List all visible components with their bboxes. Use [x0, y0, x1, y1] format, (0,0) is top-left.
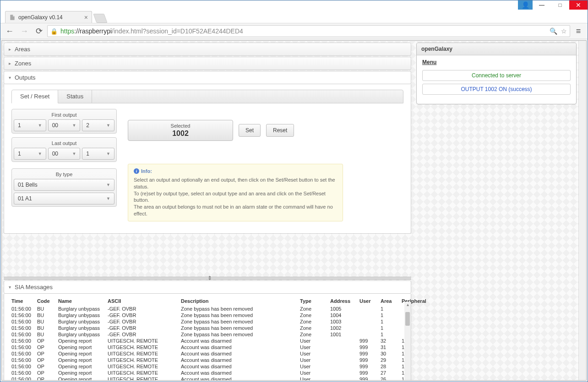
table-row[interactable]: 01:56:00OPOpening reportUITGESCH. REMOTE…: [9, 350, 440, 357]
cell-code: OP: [34, 376, 55, 381]
last-output-c[interactable]: 1▼: [82, 148, 114, 160]
cell-time: 01:56:00: [9, 344, 34, 350]
accordion-sia[interactable]: ▾ SIA Messages: [4, 280, 411, 294]
nav-forward-icon[interactable]: →: [18, 25, 31, 38]
table-row[interactable]: 01:56:00BUBurglary unbypass-GEF. OVBRZon…: [9, 318, 440, 325]
window-close[interactable]: ✕: [569, 0, 588, 10]
page-scrollbar[interactable]: [578, 41, 586, 380]
cell-area: 26: [378, 376, 399, 381]
user-icon[interactable]: 👤: [518, 0, 533, 10]
nav-back-icon[interactable]: ←: [3, 25, 16, 38]
side-panel: openGalaxy Menu Connected to server OUTP…: [416, 43, 577, 104]
accordion-zones[interactable]: ▸ Zones: [4, 57, 411, 70]
cell-user: [357, 331, 378, 338]
cell-desc: Account was disarmed: [178, 363, 297, 370]
cell-type: Zone: [297, 331, 327, 338]
bookmark-icon[interactable]: ☆: [561, 27, 567, 35]
cell-desc: Account was disarmed: [178, 376, 297, 381]
cell-time: 01:56:00: [9, 376, 34, 381]
cell-type: User: [297, 363, 327, 370]
main-column: ▸ Areas ▸ Zones ▾ Outputs Set / Reset St…: [4, 43, 411, 381]
first-output-group: First output 1▼ 00▼ 2▼: [11, 109, 117, 134]
last-output-label: Last output: [14, 140, 114, 148]
table-row[interactable]: 01:56:00BUBurglary unbypass-GEF. OVBRZon…: [9, 331, 440, 338]
side-menu-link[interactable]: Menu: [422, 59, 571, 65]
cell-type: User: [297, 357, 327, 363]
last-output-a[interactable]: 1▼: [14, 148, 46, 160]
cell-ascii: UITGESCH. REMOTE: [105, 376, 178, 381]
col-ascii: ASCII: [105, 296, 178, 306]
col-name: Name: [55, 296, 105, 306]
table-row[interactable]: 01:56:00BUBurglary unbypass-GEF. OVBRZon…: [9, 306, 440, 312]
cell-ascii: UITGESCH. REMOTE: [105, 338, 178, 344]
menu-icon[interactable]: ≡: [572, 25, 585, 38]
browser-window: 👤 — □ ✕ openGalaxy v0.14 × ← → ⟳ 🔒 https…: [0, 0, 588, 382]
cell-desc: Account was disarmed: [178, 338, 297, 344]
table-row[interactable]: 01:56:00OPOpening reportUITGESCH. REMOTE…: [9, 363, 440, 370]
cell-name: Opening report: [55, 370, 105, 376]
table-row[interactable]: 01:56:00OPOpening reportUITGESCH. REMOTE…: [9, 338, 440, 344]
cell-ascii: -GEF. OVBR: [105, 312, 178, 318]
cell-desc: Zone bypass has been removed: [178, 306, 297, 312]
first-output-b[interactable]: 00▼: [48, 119, 81, 131]
scroll-thumb[interactable]: [405, 312, 410, 326]
cell-type: Zone: [297, 325, 327, 331]
chevron-down-icon: ▼: [106, 196, 110, 201]
cell-ascii: UITGESCH. REMOTE: [105, 363, 178, 370]
panel-splitter[interactable]: [4, 277, 411, 280]
cell-user: [357, 325, 378, 331]
cell-desc: Account was disarmed: [178, 357, 297, 363]
zoom-icon[interactable]: 🔍: [550, 27, 557, 35]
set-button[interactable]: Set: [239, 124, 261, 137]
browser-tab[interactable]: openGalaxy v0.14 ×: [5, 11, 92, 23]
table-row[interactable]: 01:56:00OPOpening reportUITGESCH. REMOTE…: [9, 376, 440, 381]
url-host: ://raspberrypi: [74, 27, 112, 35]
new-tab-button[interactable]: [93, 14, 107, 23]
tab-set-reset[interactable]: Set / Reset: [12, 90, 58, 103]
cell-area: 1: [378, 312, 399, 318]
table-row[interactable]: 01:56:00OPOpening reportUITGESCH. REMOTE…: [9, 344, 440, 350]
col-code: Code: [34, 296, 55, 306]
chevron-down-icon: ▼: [38, 151, 42, 156]
by-area-select[interactable]: 01 A1▼: [14, 193, 114, 204]
cell-code: BU: [34, 312, 55, 318]
tab-close-icon[interactable]: ×: [84, 14, 88, 21]
cell-user: [357, 318, 378, 325]
table-row[interactable]: 01:56:00OPOpening reportUITGESCH. REMOTE…: [9, 370, 440, 376]
cell-time: 01:56:00: [9, 357, 34, 363]
tab-title: openGalaxy v0.14: [18, 14, 63, 21]
tab-status[interactable]: Status: [58, 90, 92, 103]
table-row[interactable]: 01:56:00BUBurglary unbypass-GEF. OVBRZon…: [9, 325, 440, 331]
cell-area: 30: [378, 350, 399, 357]
window-minimize[interactable]: —: [533, 0, 551, 10]
cell-time: 01:56:00: [9, 318, 34, 325]
cell-desc: Account was disarmed: [178, 370, 297, 376]
reset-button[interactable]: Reset: [266, 124, 294, 137]
info-line: To (re)set by output type, select an out…: [134, 190, 337, 204]
nav-reload-icon[interactable]: ⟳: [33, 25, 45, 38]
accordion-outputs[interactable]: ▾ Outputs: [4, 71, 411, 84]
cell-name: Burglary unbypass: [55, 331, 105, 338]
by-type-select[interactable]: 01 Bells▼: [14, 179, 114, 191]
lock-icon: 🔒: [50, 28, 58, 35]
scroll-up-icon[interactable]: ▴: [404, 302, 411, 308]
cell-name: Opening report: [55, 376, 105, 381]
col-addr: Address: [327, 296, 357, 306]
cell-ascii: UITGESCH. REMOTE: [105, 370, 178, 376]
window-maximize[interactable]: □: [551, 0, 569, 10]
cell-name: Burglary unbypass: [55, 306, 105, 312]
cell-addr: [327, 350, 357, 357]
last-output-b[interactable]: 00▼: [48, 148, 81, 160]
first-output-c[interactable]: 2▼: [82, 119, 114, 131]
address-bar[interactable]: 🔒 https://raspberrypi/index.html?session…: [47, 25, 570, 37]
chevron-right-icon: ▸: [9, 47, 11, 52]
table-row[interactable]: 01:56:00BUBurglary unbypass-GEF. OVBRZon…: [9, 312, 440, 318]
first-output-a[interactable]: 1▼: [14, 119, 46, 131]
cell-desc: Zone bypass has been removed: [178, 331, 297, 338]
accordion-label: SIA Messages: [15, 284, 53, 291]
cell-name: Burglary unbypass: [55, 318, 105, 325]
accordion-areas[interactable]: ▸ Areas: [4, 43, 411, 56]
sia-scrollbar[interactable]: ▴ ▾: [404, 302, 411, 381]
by-type-label: By type: [14, 171, 114, 179]
table-row[interactable]: 01:56:00OPOpening reportUITGESCH. REMOTE…: [9, 357, 440, 363]
